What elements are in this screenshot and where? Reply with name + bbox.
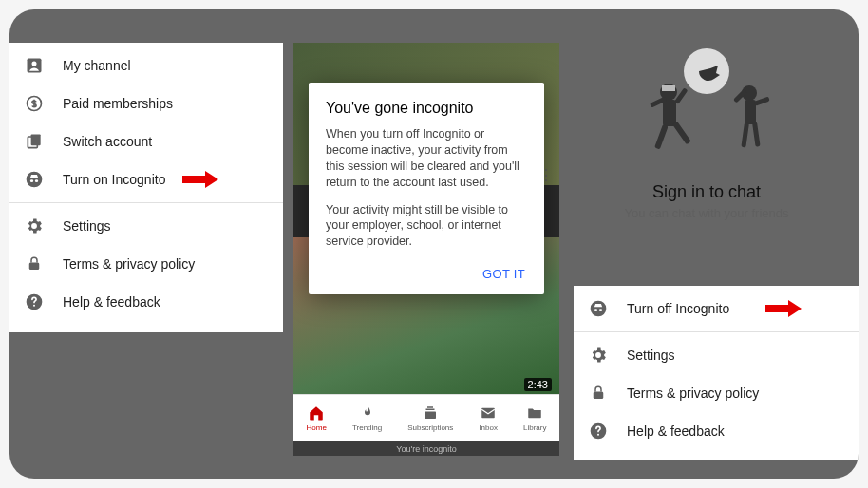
nav-label: Trending — [352, 423, 382, 432]
svg-rect-22 — [662, 85, 675, 91]
got-it-button[interactable]: GOT IT — [326, 261, 527, 285]
nav-label: Inbox — [479, 423, 498, 432]
menu-item-turn-off-incognito[interactable]: Turn off Incognito — [574, 290, 859, 328]
subscriptions-icon — [422, 404, 439, 422]
switch-account-icon — [23, 130, 46, 153]
menu-item-label: Paid memberships — [63, 96, 173, 111]
svg-rect-8 — [29, 263, 40, 271]
svg-rect-4 — [31, 135, 41, 146]
svg-rect-11 — [425, 412, 436, 420]
svg-rect-26 — [754, 97, 770, 106]
menu-item-label: Settings — [627, 347, 675, 363]
svg-point-6 — [30, 179, 33, 182]
gear-icon — [23, 215, 46, 237]
red-arrow-icon — [180, 169, 220, 190]
menu-divider — [574, 331, 859, 332]
incognito-icon — [587, 297, 610, 320]
mail-icon — [480, 404, 497, 422]
svg-rect-28 — [752, 122, 761, 146]
video-duration: 2:43 — [524, 378, 552, 391]
gear-icon — [587, 344, 610, 366]
folder-icon — [526, 404, 543, 422]
incognito-bar: You're incognito — [293, 441, 559, 456]
menu-item-settings[interactable]: Settings — [9, 207, 283, 245]
menu-item-label: Terms & privacy policy — [63, 256, 195, 272]
svg-rect-13 — [427, 406, 433, 408]
nav-label: Home — [307, 423, 327, 432]
help-circle-icon — [587, 420, 610, 442]
nav-label: Library — [523, 423, 546, 432]
menu-item-terms-privacy[interactable]: Terms & privacy policy — [9, 245, 283, 283]
dialog-title: You've gone incognito — [326, 100, 527, 117]
svg-point-29 — [591, 301, 607, 317]
help-circle-icon — [23, 291, 46, 313]
dialog-paragraph-1: When you turn off Incognito or become in… — [326, 126, 527, 191]
menu-item-help-feedback[interactable]: Help & feedback — [574, 412, 859, 450]
menu-item-label: Settings — [63, 218, 111, 234]
svg-point-31 — [599, 309, 602, 311]
person-box-icon — [23, 54, 46, 77]
svg-rect-14 — [481, 408, 495, 419]
menu-item-label: Help & feedback — [627, 423, 725, 439]
trending-icon — [359, 404, 376, 422]
svg-point-30 — [594, 309, 597, 311]
dialog-paragraph-2: Your activity might still be visible to … — [326, 202, 527, 251]
menu-item-label: Terms & privacy policy — [627, 385, 759, 401]
chat-signin-area: Sign in to chat You can chat with your f… — [574, 28, 840, 220]
menu-item-label: My channel — [63, 58, 131, 73]
svg-rect-24 — [745, 100, 756, 124]
svg-rect-12 — [426, 409, 435, 411]
account-menu-right: Turn off Incognito Settings Terms & priv… — [574, 286, 859, 460]
menu-divider — [9, 202, 283, 203]
nav-label: Subscriptions — [407, 423, 453, 432]
menu-item-terms-privacy[interactable]: Terms & privacy policy — [574, 374, 859, 412]
menu-item-label: Help & feedback — [63, 294, 160, 310]
nav-trending[interactable]: Trending — [352, 404, 382, 432]
svg-point-1 — [32, 61, 37, 66]
menu-item-switch-account[interactable]: Switch account — [9, 122, 283, 160]
red-arrow-icon — [764, 298, 803, 319]
svg-rect-21 — [672, 122, 691, 145]
menu-item-my-channel[interactable]: My channel — [9, 47, 283, 84]
menu-item-label: Turn off Incognito — [627, 301, 729, 316]
menu-item-settings[interactable]: Settings — [574, 336, 859, 374]
dollar-circle-icon — [23, 92, 46, 115]
chat-subtitle: You can chat with your friends — [574, 206, 840, 220]
menu-item-label: Switch account — [63, 134, 152, 149]
chat-title: Sign in to chat — [574, 182, 840, 202]
menu-item-paid-memberships[interactable]: Paid memberships — [9, 84, 283, 122]
incognito-bar-label: You're incognito — [396, 444, 456, 454]
lock-icon — [23, 253, 46, 275]
phone-screen: ⋮ 2:43 Home Trending Subscriptions Inbox — [293, 43, 559, 456]
svg-rect-32 — [594, 392, 604, 400]
home-icon — [308, 404, 325, 422]
menu-item-turn-on-incognito[interactable]: Turn on Incognito — [9, 160, 283, 198]
chat-illustration — [574, 28, 840, 180]
nav-inbox[interactable]: Inbox — [479, 404, 498, 432]
account-menu-left: My channel Paid memberships Switch accou… — [9, 43, 283, 332]
nav-library[interactable]: Library — [523, 404, 546, 432]
svg-point-10 — [33, 305, 35, 307]
menu-item-label: Turn on Incognito — [63, 172, 165, 187]
menu-item-help-feedback[interactable]: Help & feedback — [9, 283, 283, 321]
svg-rect-27 — [741, 122, 749, 147]
incognito-icon — [23, 168, 46, 191]
lock-icon — [587, 382, 610, 404]
nav-home[interactable]: Home — [307, 404, 327, 432]
bottom-nav: Home Trending Subscriptions Inbox Librar… — [293, 394, 559, 441]
svg-point-5 — [27, 172, 43, 188]
svg-point-7 — [35, 179, 38, 182]
svg-rect-17 — [663, 100, 676, 126]
svg-rect-20 — [654, 124, 669, 149]
svg-point-34 — [597, 434, 599, 436]
nav-subscriptions[interactable]: Subscriptions — [407, 404, 453, 432]
incognito-dialog: You've gone incognito When you turn off … — [309, 83, 544, 294]
